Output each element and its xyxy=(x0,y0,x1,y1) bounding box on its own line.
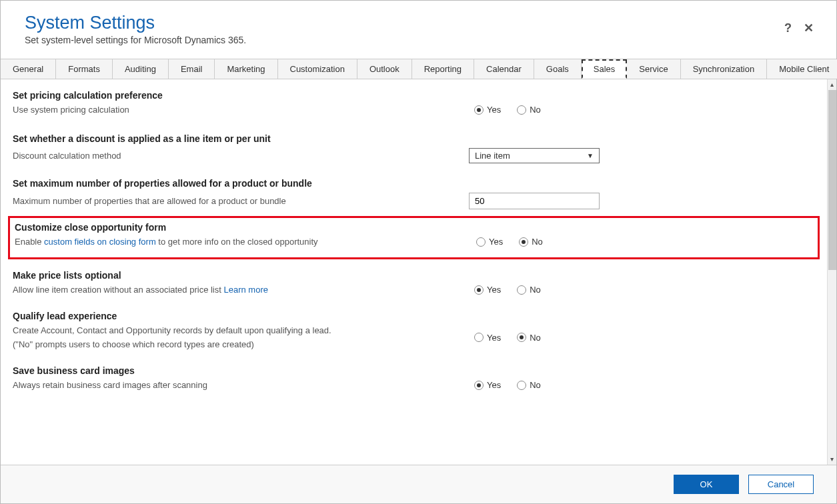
label-pricelists: Allow line item creation without an asso… xyxy=(13,285,460,295)
input-max-properties[interactable] xyxy=(469,193,600,209)
dialog-footer: OK Cancel xyxy=(1,465,836,503)
tab-reporting[interactable]: Reporting xyxy=(412,59,474,79)
section-title-discount: Set whether a discount is applied as a l… xyxy=(13,133,815,144)
control-maxprops xyxy=(460,193,815,209)
tab-general[interactable]: General xyxy=(1,59,56,79)
radio-label-no: No xyxy=(530,285,541,295)
section-title-bizcard: Save business card images xyxy=(13,365,815,376)
cancel-button[interactable]: Cancel xyxy=(748,475,814,494)
radio-qualify-no[interactable]: No xyxy=(517,333,541,343)
section-closeopp: Customize close opportunity form Enable … xyxy=(15,222,813,247)
tab-bar: General Formats Auditing Email Marketing… xyxy=(1,59,836,79)
scroll-down-icon[interactable]: ▾ xyxy=(828,454,836,465)
radio-label-no: No xyxy=(530,105,541,115)
tab-sales[interactable]: Sales xyxy=(582,59,628,79)
row-pricelists: Allow line item creation without an asso… xyxy=(13,285,815,295)
qualify-sublabel: ("No" prompts users to choose which reco… xyxy=(13,339,460,349)
radio-group-bizcard: Yes No xyxy=(474,380,541,390)
scroll-thumb[interactable] xyxy=(828,90,836,270)
radio-dot-icon xyxy=(474,381,484,390)
row-pricing: Use system pricing calculation Yes No xyxy=(13,105,815,115)
radio-label-yes: Yes xyxy=(487,285,501,295)
control-closeopp: Yes No xyxy=(462,237,813,247)
tab-mobile-client[interactable]: Mobile Client xyxy=(767,59,837,79)
radio-closeopp-no[interactable]: No xyxy=(519,237,543,247)
qualify-label: Create Account, Contact and Opportunity … xyxy=(13,325,331,335)
dialog-title: System Settings xyxy=(25,13,812,33)
radio-group-pricing: Yes No xyxy=(474,105,541,115)
section-title-pricelists: Make price lists optional xyxy=(13,270,815,281)
tab-synchronization[interactable]: Synchronization xyxy=(681,59,768,79)
radio-pricing-no[interactable]: No xyxy=(517,105,541,115)
control-qualify: Yes No xyxy=(460,333,815,343)
closeopp-label-suffix: to get more info on the closed opportuni… xyxy=(156,237,318,247)
dialog-header: System Settings Set system-level setting… xyxy=(1,1,836,59)
radio-pricelists-yes[interactable]: Yes xyxy=(474,285,501,295)
control-discount: Line item ▼ xyxy=(460,148,815,163)
row-discount: Discount calculation method Line item ▼ xyxy=(13,148,815,163)
tab-outlook[interactable]: Outlook xyxy=(357,59,412,79)
row-bizcard: Always retain business card images after… xyxy=(13,380,815,390)
link-custom-fields[interactable]: custom fields on closing form xyxy=(44,237,156,247)
select-discount-method[interactable]: Line item ▼ xyxy=(469,148,600,163)
radio-bizcard-yes[interactable]: Yes xyxy=(474,380,501,390)
radio-group-qualify: Yes No xyxy=(474,333,541,343)
section-title-pricing: Set pricing calculation preference xyxy=(13,90,815,101)
close-icon[interactable]: ✕ xyxy=(804,21,814,35)
label-bizcard: Always retain business card images after… xyxy=(13,380,460,390)
vertical-scrollbar[interactable]: ▴ ▾ xyxy=(827,79,836,465)
closeopp-label-prefix: Enable xyxy=(15,237,44,247)
tab-goals[interactable]: Goals xyxy=(534,59,582,79)
tab-formats[interactable]: Formats xyxy=(56,59,113,79)
radio-label-no: No xyxy=(532,237,543,247)
radio-group-pricelists: Yes No xyxy=(474,285,541,295)
radio-dot-icon xyxy=(474,105,484,115)
section-discount: Set whether a discount is applied as a l… xyxy=(13,133,815,163)
content-wrap: Set pricing calculation preference Use s… xyxy=(1,79,836,465)
radio-pricing-yes[interactable]: Yes xyxy=(474,105,501,115)
label-pricing: Use system pricing calculation xyxy=(13,105,460,115)
tab-calendar[interactable]: Calendar xyxy=(474,59,534,79)
radio-dot-icon xyxy=(517,333,526,342)
radio-label-no: No xyxy=(530,380,541,390)
control-pricing: Yes No xyxy=(460,105,815,115)
tab-auditing[interactable]: Auditing xyxy=(113,59,169,79)
radio-label-yes: Yes xyxy=(489,237,503,247)
section-title-maxprops: Set maximum number of properties allowed… xyxy=(13,178,815,189)
radio-dot-icon xyxy=(476,237,486,247)
dialog-subtitle: Set system-level settings for Microsoft … xyxy=(25,35,812,45)
radio-qualify-yes[interactable]: Yes xyxy=(474,333,501,343)
label-discount: Discount calculation method xyxy=(13,151,460,161)
tab-customization[interactable]: Customization xyxy=(278,59,357,79)
scroll-up-icon[interactable]: ▴ xyxy=(828,79,836,90)
radio-label-yes: Yes xyxy=(487,105,501,115)
tab-marketing[interactable]: Marketing xyxy=(215,59,277,79)
section-title-qualify: Qualify lead experience xyxy=(13,311,815,321)
header-icons: ? ✕ xyxy=(784,21,814,35)
section-maxprops: Set maximum number of properties allowed… xyxy=(13,178,815,209)
radio-label-yes: Yes xyxy=(487,380,501,390)
tab-email[interactable]: Email xyxy=(169,59,215,79)
radio-dot-icon xyxy=(517,381,526,390)
help-icon[interactable]: ? xyxy=(784,21,792,35)
radio-dot-icon xyxy=(517,285,526,295)
control-bizcard: Yes No xyxy=(460,380,815,390)
radio-bizcard-no[interactable]: No xyxy=(517,380,541,390)
section-title-closeopp: Customize close opportunity form xyxy=(15,222,813,233)
row-closeopp: Enable custom fields on closing form to … xyxy=(15,237,813,247)
radio-closeopp-yes[interactable]: Yes xyxy=(476,237,503,247)
section-bizcard: Save business card images Always retain … xyxy=(13,365,815,390)
tab-service[interactable]: Service xyxy=(627,59,680,79)
highlight-close-opportunity: Customize close opportunity form Enable … xyxy=(8,216,820,259)
radio-label-yes: Yes xyxy=(487,333,501,343)
label-closeopp: Enable custom fields on closing form to … xyxy=(15,237,462,247)
control-pricelists: Yes No xyxy=(460,285,815,295)
label-maxprops: Maximum number of properties that are al… xyxy=(13,196,460,206)
radio-dot-icon xyxy=(519,237,528,247)
ok-button[interactable]: OK xyxy=(674,475,739,494)
link-learn-more-pricelists[interactable]: Learn more xyxy=(223,285,267,295)
row-qualify: Create Account, Contact and Opportunity … xyxy=(13,325,815,349)
radio-dot-icon xyxy=(474,285,484,295)
settings-content: Set pricing calculation preference Use s… xyxy=(1,79,827,465)
radio-pricelists-no[interactable]: No xyxy=(517,285,541,295)
